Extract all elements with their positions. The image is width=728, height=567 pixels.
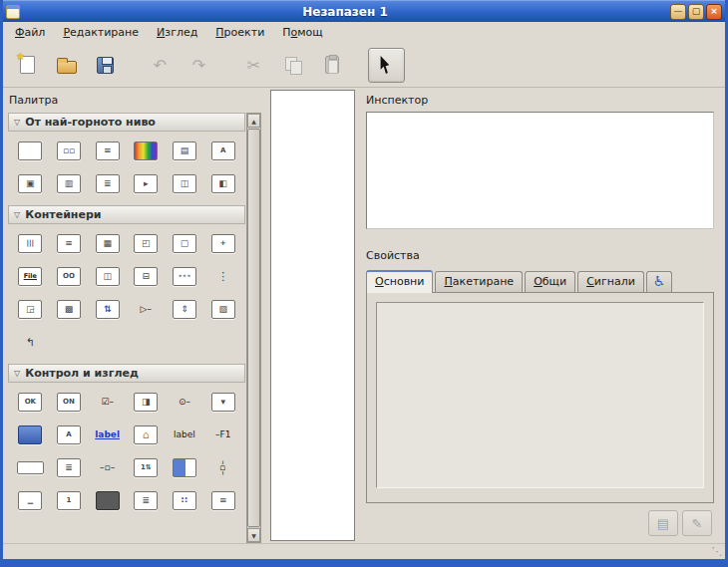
- cut-button[interactable]: ✂: [235, 48, 272, 83]
- palette-item-alignment[interactable]: ↰: [11, 330, 50, 354]
- palette-item-accel-label[interactable]: –F1: [203, 423, 242, 446]
- palette-item-vscrollbar[interactable]: ⇕: [166, 297, 204, 321]
- palette-item-hbox[interactable]: |||: [11, 231, 50, 255]
- copy-button[interactable]: [274, 48, 311, 83]
- palette-item-aspect-frame[interactable]: ▧: [203, 297, 242, 321]
- save-icon: [97, 57, 114, 74]
- palette-item-color-selection-dialog[interactable]: [127, 139, 166, 162]
- maximize-button[interactable]: ▢: [688, 4, 704, 20]
- palette-item-about-dialog[interactable]: ≡: [88, 139, 127, 162]
- tab-packing[interactable]: Пакетиране: [435, 271, 523, 292]
- palette-item-plug[interactable]: ◫: [166, 171, 204, 195]
- palette-item-statusbar[interactable]: ▁: [11, 488, 50, 512]
- palette-item-layout[interactable]: ▩: [50, 297, 89, 321]
- palette-item-radio-button[interactable]: ⊙–: [166, 390, 204, 414]
- window-menu-icon[interactable]: [6, 5, 20, 19]
- tab-common[interactable]: Общи: [525, 271, 575, 292]
- palette-item-table[interactable]: ▦: [88, 231, 127, 255]
- vbox-icon: ≡: [57, 234, 81, 253]
- palette-item-list-view[interactable]: ≣: [127, 488, 166, 512]
- palette-item-file-chooser-dialog[interactable]: ▤: [166, 139, 204, 162]
- titlebar[interactable]: Незапазен 1 —▢×: [3, 0, 725, 22]
- close-button[interactable]: ×: [706, 4, 722, 20]
- palette-item-progress-bar[interactable]: [166, 455, 204, 479]
- palette-item-assistant[interactable]: ▸: [127, 171, 166, 195]
- scrolled-window-icon: ⇅: [96, 300, 120, 319]
- palette-item-hscale[interactable]: –▫–: [88, 455, 127, 479]
- palette-item-message-dialog[interactable]: ▥: [50, 171, 89, 195]
- inspector-tree[interactable]: [366, 112, 714, 229]
- palette-item-drawing-area[interactable]: [88, 488, 127, 512]
- open-button[interactable]: [48, 48, 85, 83]
- palette-item-entry[interactable]: [11, 423, 50, 446]
- palette-item-text-entry[interactable]: A: [50, 423, 89, 446]
- cut-icon: ✂: [247, 56, 260, 75]
- palette-item-frame[interactable]: ▢: [166, 231, 204, 255]
- palette-item-toolbar[interactable]: OO: [50, 264, 89, 288]
- minimize-button[interactable]: —: [670, 4, 686, 20]
- palette-item-hpaned[interactable]: ◫: [88, 264, 127, 288]
- tab-accessibility[interactable]: ♿: [646, 271, 673, 292]
- palette-item-combo-box-entry[interactable]: ◨: [127, 390, 166, 414]
- drawing-area-icon: [96, 491, 120, 510]
- palette-item-expander[interactable]: ▷–: [127, 297, 166, 321]
- palette-section-header[interactable]: ▽Контрол и изглед: [8, 364, 245, 383]
- menu-projects[interactable]: Проекти: [206, 22, 273, 43]
- palette-section-header[interactable]: ▽От най-горното ниво: [8, 113, 245, 132]
- socket-icon: ◧: [211, 174, 235, 193]
- palette-item-dialog[interactable]: ▫▫: [50, 139, 89, 162]
- palette-item-check-button[interactable]: ☑–: [88, 390, 127, 414]
- palette-item-text-view[interactable]: ≣: [50, 455, 89, 479]
- palette-item-menubar[interactable]: File: [11, 264, 50, 288]
- palette-item-icon-view[interactable]: ∷: [166, 488, 204, 512]
- edit-button[interactable]: ✎: [682, 510, 712, 536]
- palette-item-button[interactable]: OK: [11, 390, 50, 414]
- select-button[interactable]: [368, 48, 405, 83]
- palette-item-spin-button[interactable]: 1⇅: [127, 455, 166, 479]
- palette-item-input-dialog[interactable]: ▣: [11, 171, 50, 195]
- palette-item-hruler[interactable]: 1: [50, 488, 89, 512]
- handle-box-icon: ∘∘∘: [173, 267, 196, 286]
- palette-item-label[interactable]: label: [166, 423, 204, 446]
- details-icon: ▤: [657, 517, 669, 530]
- menu-file[interactable]: Файл: [6, 22, 54, 43]
- scroll-up-icon[interactable]: ▲: [247, 114, 260, 128]
- details-button[interactable]: ▤: [648, 510, 678, 536]
- redo-button[interactable]: ↷: [181, 48, 217, 83]
- palette-item-combo-entry[interactable]: [11, 455, 50, 479]
- design-area[interactable]: [270, 90, 355, 541]
- palette-scrollbar[interactable]: ▲ ▼: [246, 113, 261, 543]
- resize-grip-icon[interactable]: ⋱: [710, 545, 724, 559]
- menu-edit[interactable]: Редактиране: [54, 22, 148, 43]
- save-button[interactable]: [87, 48, 124, 83]
- palette-section-header[interactable]: ▽Контейнери: [8, 205, 245, 224]
- palette-item-vscale[interactable]: –▫–: [203, 455, 242, 479]
- palette-item-href-button[interactable]: ⌂: [127, 423, 166, 446]
- about-dialog-icon: ≡: [96, 142, 120, 160]
- palette-item-scrolled-window[interactable]: ⇅: [88, 297, 127, 321]
- palette-item-recent-chooser-dialog[interactable]: ≣: [88, 171, 127, 195]
- tab-general[interactable]: Основни: [366, 270, 433, 293]
- tab-signals[interactable]: Сигнали: [577, 271, 644, 292]
- palette-item-fixed[interactable]: +: [203, 231, 242, 255]
- palette-item-font-selection-dialog[interactable]: A: [203, 139, 242, 162]
- palette-item-combo-box[interactable]: ▾: [203, 390, 242, 414]
- palette-item-handle-box[interactable]: ∘∘∘: [166, 264, 204, 288]
- palette-item-socket[interactable]: ◧: [203, 171, 242, 195]
- palette-item-viewport[interactable]: ◲: [11, 297, 50, 321]
- palette-item-tree-view[interactable]: ≡: [203, 488, 242, 512]
- palette-item-vbox[interactable]: ≡: [50, 231, 89, 255]
- palette-item-toggle-button[interactable]: ON: [50, 390, 89, 414]
- scrollbar-thumb[interactable]: [247, 129, 260, 527]
- palette-item-vpaned[interactable]: ⊟: [127, 264, 166, 288]
- menu-help[interactable]: Помощ: [273, 22, 331, 43]
- palette-item-vbutton-box[interactable]: ⋮: [203, 264, 242, 288]
- new-button[interactable]: [9, 48, 46, 83]
- palette-item-link-button[interactable]: label: [88, 423, 127, 446]
- undo-button[interactable]: ↶: [142, 48, 179, 83]
- paste-button[interactable]: [313, 48, 350, 83]
- palette-item-notebook[interactable]: ◰: [127, 231, 166, 255]
- scroll-down-icon[interactable]: ▼: [247, 528, 260, 542]
- menu-view[interactable]: Изглед: [148, 22, 206, 43]
- palette-item-window[interactable]: [11, 139, 50, 162]
